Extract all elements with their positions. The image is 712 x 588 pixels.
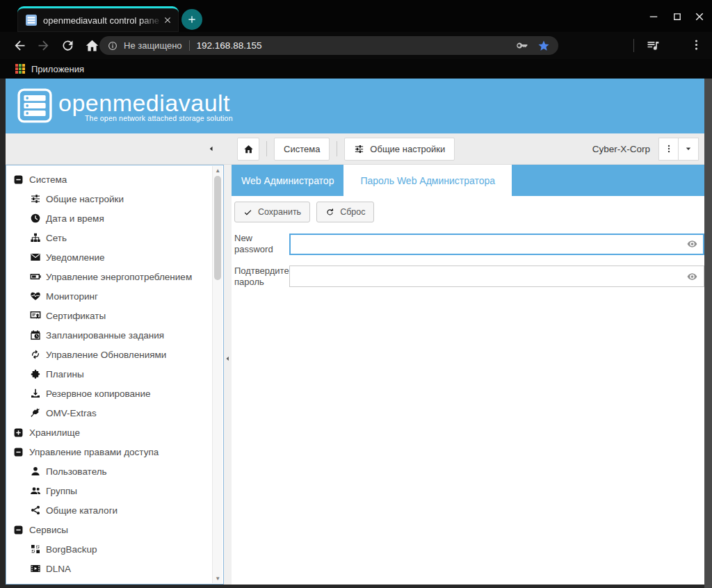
- info-icon[interactable]: [107, 40, 118, 51]
- user-menu-button[interactable]: [658, 138, 679, 161]
- logged-in-user: Cyber-X-Corp: [592, 144, 650, 154]
- sidebar-scrollbar[interactable]: ▲ ▼: [212, 166, 222, 583]
- sidebar-item[interactable]: Управление энергопотреблением: [6, 267, 223, 286]
- browser-menu-icon[interactable]: [690, 38, 703, 51]
- sidebar-item-label: Сертификаты: [46, 311, 106, 321]
- content-tab-0[interactable]: Web Администратор: [232, 165, 343, 196]
- reload-icon[interactable]: [60, 38, 75, 53]
- sidebar-item[interactable]: Плагины: [6, 364, 223, 384]
- content-tab-strip: Web АдминистраторПароль Web Администрато…: [232, 165, 704, 196]
- sitemap-icon: [30, 232, 41, 243]
- forward-icon[interactable]: [36, 38, 51, 53]
- minus-square-icon: [13, 447, 24, 457]
- sidebar-item-label: Общие настройки: [46, 194, 124, 204]
- scroll-up-icon[interactable]: ▲: [213, 168, 222, 174]
- sidebar-item[interactable]: Запланированные задания: [6, 325, 223, 345]
- sidebar-item[interactable]: Сеть: [6, 228, 223, 247]
- brand-tagline: The open network attached storage soluti…: [85, 114, 233, 122]
- sync-icon: [30, 349, 41, 360]
- downloader-icon: [30, 582, 41, 585]
- breadcrumb: СистемаОбщие настройки: [259, 138, 455, 161]
- omv-favicon-icon: [26, 15, 37, 26]
- url-field[interactable]: Не защищено 192.168.88.155: [99, 36, 558, 55]
- new-tab-button[interactable]: [181, 9, 202, 30]
- sidebar-item[interactable]: DLNA: [6, 559, 223, 578]
- sidebar-item[interactable]: Общие настройки: [6, 189, 223, 209]
- browser-tab-title: openmediavault control pane: [43, 15, 163, 26]
- brand-title: openmediavault: [58, 90, 233, 116]
- sidebar-item[interactable]: Сертификаты: [6, 306, 223, 325]
- apps-grid-icon[interactable]: [15, 64, 25, 74]
- browser-home-icon[interactable]: [85, 38, 99, 53]
- sidebar-item-label: Пользователь: [46, 466, 107, 477]
- page-viewport: openmediavault The open network attached…: [6, 79, 704, 585]
- sidebar-item[interactable]: Система: [6, 170, 223, 189]
- sidebar-item-label: Уведомление: [46, 252, 105, 263]
- sidebar-item-label: Мониторинг: [46, 291, 98, 302]
- sidebar-item[interactable]: Хранилище: [6, 423, 223, 442]
- save-button[interactable]: Сохранить: [234, 202, 310, 222]
- sidebar-item-label: Хранилище: [29, 427, 80, 438]
- sidebar-item[interactable]: Дата и время: [6, 209, 223, 228]
- plus-square-icon: [13, 427, 24, 438]
- content-body: СохранитьСброс New passwordПодтвердите п…: [232, 196, 704, 288]
- window-minimize-button[interactable]: [647, 10, 660, 23]
- sidebar-item[interactable]: Группы: [6, 481, 223, 500]
- confirm-password-label: Подтвердите пароль: [234, 266, 285, 288]
- sidebar-item[interactable]: Резервное копирование: [6, 384, 223, 403]
- breadcrumb-divider: [337, 141, 337, 156]
- confirm-password-input[interactable]: [289, 266, 704, 287]
- window-close-button[interactable]: [693, 10, 706, 23]
- bookmark-star-icon[interactable]: [537, 40, 550, 52]
- sidebar-item[interactable]: Сервисы: [6, 520, 223, 539]
- users-icon: [30, 485, 41, 496]
- sidebar-item[interactable]: Управление правами доступа: [6, 442, 223, 462]
- window-maximize-button[interactable]: [671, 10, 683, 23]
- sidebar-item[interactable]: OMV-Extras: [6, 403, 223, 423]
- back-icon[interactable]: [13, 38, 27, 53]
- home-icon: [243, 144, 254, 154]
- minus-square-icon: [13, 525, 24, 535]
- bookmarks-bar: Приложения: [0, 59, 712, 79]
- eye-icon: [686, 238, 698, 250]
- eye-icon: [686, 270, 698, 282]
- battery-icon: [30, 271, 41, 282]
- home-button[interactable]: [237, 138, 259, 161]
- sidebar-item-label: Система: [29, 174, 67, 185]
- sidebar-item[interactable]: Уведомление: [6, 247, 223, 267]
- scroll-down-icon[interactable]: ▼: [213, 575, 222, 582]
- tab-close-icon[interactable]: [163, 15, 172, 25]
- bookmark-apps-label[interactable]: Приложения: [31, 64, 84, 74]
- sidebar-item-label: OMV-Extras: [46, 408, 97, 418]
- playlist-icon[interactable]: [646, 38, 660, 52]
- browser-tab[interactable]: openmediavault control pane: [17, 6, 179, 32]
- toolbar-divider: [633, 39, 634, 52]
- sidebar-item[interactable]: Общие каталоги: [6, 500, 223, 520]
- content-tab-1[interactable]: Пароль Web Администратора: [343, 165, 512, 196]
- sidebar-item[interactable]: Downloader: [6, 578, 223, 585]
- sidebar-item-label: Общие каталоги: [46, 505, 118, 516]
- sidebar-item[interactable]: Мониторинг: [6, 286, 223, 306]
- omv-logo: openmediavault The open network attached…: [17, 88, 233, 123]
- certificate-icon: [30, 310, 41, 321]
- panel-collapse-icon[interactable]: [207, 145, 216, 153]
- sidebar-item[interactable]: Пользователь: [6, 462, 223, 481]
- dropdown-button[interactable]: [679, 138, 699, 161]
- sidebar-item[interactable]: Управление Обновлениями: [6, 345, 223, 364]
- splitter-collapse-icon[interactable]: [224, 354, 232, 364]
- heartbeat-icon: [30, 291, 41, 302]
- chevron-down-icon: [683, 144, 693, 154]
- scrollbar-thumb[interactable]: [214, 176, 221, 280]
- key-icon[interactable]: [515, 39, 528, 52]
- browser-address-bar: Не защищено 192.168.88.155: [0, 32, 712, 59]
- sidebar-item-label: Группы: [46, 486, 77, 496]
- sidebar-splitter[interactable]: [224, 165, 232, 585]
- borg-icon: [30, 544, 41, 555]
- breadcrumb-item-0[interactable]: Система: [274, 138, 330, 161]
- new-password-input[interactable]: [289, 234, 704, 255]
- plug-icon: [30, 407, 41, 418]
- sidebar-item[interactable]: BorgBackup: [6, 539, 223, 559]
- reset-button[interactable]: Сброс: [316, 202, 374, 222]
- puzzle-icon: [30, 368, 41, 379]
- breadcrumb-item-1[interactable]: Общие настройки: [344, 138, 455, 161]
